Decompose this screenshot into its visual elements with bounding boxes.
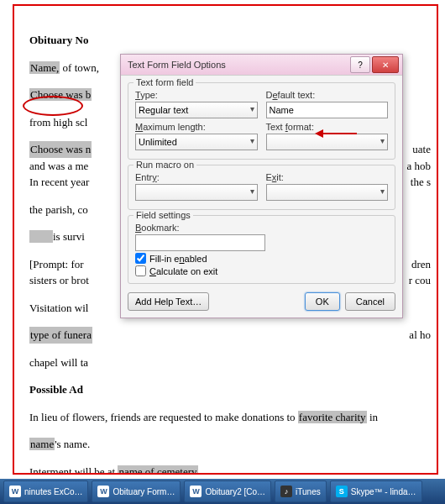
text-form-field-options-dialog: Text Form Field Options ? ✕ Text form fi…	[120, 54, 403, 318]
field[interactable]	[29, 230, 53, 243]
exit-label: Exit:	[266, 172, 389, 182]
entry-select[interactable]	[135, 184, 258, 201]
entry-label: Entry:	[135, 172, 258, 182]
default-text-label: Default text:	[266, 90, 389, 100]
dialog-title: Text Form Field Options	[128, 60, 348, 70]
task-item[interactable]: ♪iTunes	[275, 480, 327, 502]
task-item[interactable]: WObituary Form…	[92, 480, 181, 502]
cancel-button[interactable]: Cancel	[345, 292, 395, 311]
max-length-label: Maximum length:	[135, 122, 258, 132]
field[interactable]: type of funera	[29, 327, 92, 344]
calculate-checkbox[interactable]	[135, 265, 146, 276]
fillin-checkbox[interactable]	[135, 253, 146, 264]
exit-select[interactable]	[266, 184, 389, 201]
skype-icon: S	[336, 486, 348, 497]
text-form-field-group: Text form field Type: Default text: Maxi…	[128, 82, 395, 160]
ok-button[interactable]: OK	[305, 292, 340, 311]
field[interactable]: Choose was n	[29, 141, 92, 158]
word-icon: W	[190, 486, 202, 497]
close-button[interactable]: ✕	[372, 56, 399, 73]
task-item[interactable]: Wninutes ExCo…	[3, 480, 88, 502]
add-help-text-button[interactable]: Add Help Text…	[128, 292, 209, 311]
itunes-icon: ♪	[280, 486, 292, 497]
word-icon: W	[9, 486, 21, 497]
help-button[interactable]: ?	[350, 56, 370, 73]
word-icon: W	[97, 486, 109, 497]
field[interactable]: favorite charity	[298, 411, 367, 423]
heading-possible: Possible Ad	[29, 383, 83, 396]
type-select[interactable]	[135, 102, 258, 118]
bookmark-label: Bookmark:	[135, 223, 265, 233]
field-settings-group: Field settings Bookmark: Fill-in enabled…	[128, 215, 395, 284]
dialog-titlebar[interactable]: Text Form Field Options ? ✕	[121, 55, 402, 75]
field[interactable]: name of cemetery	[118, 465, 197, 475]
text-format-select[interactable]	[266, 134, 389, 150]
field-name[interactable]: Name,	[29, 61, 60, 74]
field[interactable]: Choose was b	[29, 88, 92, 101]
taskbar[interactable]: Wninutes ExCo… WObituary Form… WObituary…	[0, 479, 445, 504]
field[interactable]: name	[29, 438, 55, 450]
max-length-select[interactable]	[135, 134, 258, 150]
task-item[interactable]: WObituary2 [Co…	[184, 480, 271, 502]
bookmark-input[interactable]	[135, 234, 265, 251]
task-item[interactable]: SSkype™ - linda…	[330, 480, 422, 502]
run-macro-group: Run macro on Entry: Exit:	[128, 165, 395, 210]
heading-obituary: Obituary No	[29, 34, 88, 46]
text-format-label: Text format:	[266, 122, 389, 132]
type-label: Type:	[135, 90, 258, 100]
default-text-input[interactable]	[266, 102, 389, 118]
